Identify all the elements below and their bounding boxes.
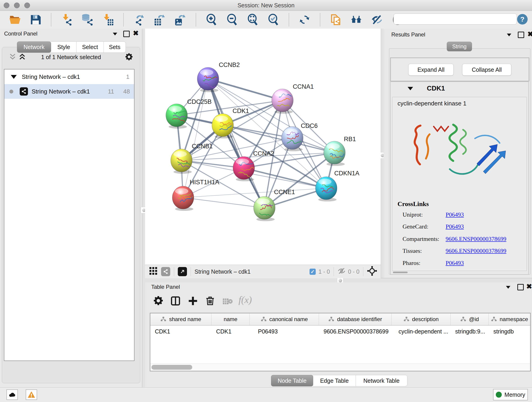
node-label-CCNA2: CCNA2: [253, 150, 274, 157]
export-table-icon[interactable]: [153, 13, 166, 26]
network-canvas[interactable]: CCNB2CCNA1CDC25BCDK1CDC6RB1CCNB1CCNA2CDK…: [145, 29, 381, 265]
table-hscrollbar[interactable]: [150, 364, 530, 371]
cell-namespace[interactable]: stringdb: [489, 325, 530, 337]
column-header-database-identifier[interactable]: database identifier: [319, 313, 392, 325]
results-panel-title: Results Panel: [391, 32, 425, 38]
help-icon[interactable]: ?: [517, 14, 528, 25]
table-panel-close-icon[interactable]: ✖: [526, 284, 532, 289]
zoom-fit-icon[interactable]: [247, 13, 259, 26]
cell-id[interactable]: stringdb:9...: [451, 325, 489, 337]
open-session-icon[interactable]: [9, 13, 21, 26]
collection-expand-icon[interactable]: [11, 75, 17, 79]
column-header-shared-name[interactable]: shared name: [150, 313, 211, 325]
zoom-selected-icon[interactable]: [267, 13, 279, 26]
expand-all-networks-icon[interactable]: [18, 53, 26, 62]
table-panel-collapse-icon[interactable]: [505, 286, 511, 290]
network-row[interactable]: String Network – cdk1 11 48: [4, 84, 134, 99]
network-node-CCNE1[interactable]: CCNE1: [254, 189, 295, 221]
network-collection-row[interactable]: String Network – cdk1 1: [4, 70, 134, 84]
tab-string[interactable]: String: [447, 42, 472, 51]
edge-HIST1H1A-CCNE1[interactable]: [183, 198, 264, 208]
zoom-in-icon[interactable]: [205, 13, 218, 26]
export-network-icon[interactable]: [133, 13, 145, 26]
memory-status-dot: [496, 392, 502, 398]
search-input[interactable]: [394, 13, 517, 25]
memory-button[interactable]: Memory: [493, 389, 528, 400]
network-node-HIST1H1A[interactable]: HIST1H1A: [172, 179, 219, 211]
entry-collapse-icon[interactable]: [408, 87, 413, 91]
network-node-CCNB2[interactable]: CCNB2: [197, 61, 240, 92]
crosslink-link[interactable]: P06493: [446, 223, 464, 230]
home-icon[interactable]: [350, 13, 362, 26]
cell-canonical-name[interactable]: P06493: [250, 325, 319, 337]
column-header-namespace[interactable]: namespace: [489, 313, 530, 325]
cell-description[interactable]: cyclin-dependent ...: [392, 325, 450, 337]
tab-style[interactable]: Style: [51, 41, 76, 53]
tab-select[interactable]: Select: [76, 41, 104, 53]
fit-selected-crosshair-icon[interactable]: [367, 266, 377, 277]
import-table-from-file-icon[interactable]: [102, 13, 114, 26]
save-session-icon[interactable]: [29, 13, 42, 26]
cell-name[interactable]: CDK1: [211, 325, 250, 337]
crosslink-link[interactable]: 9606.ENSP00000378699: [446, 236, 506, 242]
string-view-icon[interactable]: [161, 267, 170, 276]
results-panel-float-icon[interactable]: [518, 32, 524, 39]
show-columns-icon[interactable]: [170, 296, 181, 307]
zoom-out-icon[interactable]: [226, 13, 238, 26]
collapse-all-button[interactable]: Collapse All: [462, 64, 511, 76]
entry-name: CDK1: [427, 85, 445, 92]
column-header-canonical-name[interactable]: canonical name: [250, 313, 319, 325]
table-hscrollbar-thumb[interactable]: [152, 365, 192, 370]
table-panel-float-icon[interactable]: [517, 284, 524, 291]
refresh-icon[interactable]: [298, 13, 311, 26]
control-panel-close-icon[interactable]: ✖: [133, 31, 139, 36]
open-in-new-window-icon[interactable]: [178, 267, 187, 276]
bottom-splitter[interactable]: [145, 278, 532, 283]
column-header-name[interactable]: name: [211, 313, 250, 325]
table-header-row: shared name name canonical name database…: [150, 313, 530, 325]
expand-all-button[interactable]: Expand All: [408, 64, 454, 76]
crosslink-link[interactable]: P06493: [446, 260, 464, 267]
edge-CCNA2-CDKN1A[interactable]: [244, 168, 326, 188]
tab-node-table[interactable]: Node Table: [271, 375, 313, 386]
node-label-CCNE1: CCNE1: [274, 189, 295, 196]
copy-icon[interactable]: [329, 13, 342, 26]
collapse-all-networks-icon[interactable]: [9, 53, 17, 62]
network-node-CDKN1A[interactable]: CDKN1A: [316, 170, 360, 201]
import-network-from-database-icon[interactable]: [81, 13, 94, 26]
table-options-gear-icon[interactable]: [153, 295, 164, 307]
import-network-from-file-icon[interactable]: [60, 13, 73, 26]
results-panel-collapse-icon[interactable]: [506, 33, 512, 38]
cell-database-identifier[interactable]: 9606.ENSP00000378699: [319, 325, 392, 337]
table-row[interactable]: CDK1 CDK1 P06493 9606.ENSP00000378699 cy…: [150, 325, 530, 337]
export-image-icon[interactable]: [174, 13, 186, 26]
birdseye-grid-icon[interactable]: [149, 266, 158, 277]
tab-network-table[interactable]: Network Table: [356, 375, 407, 386]
node-label-CDC6: CDC6: [301, 122, 318, 129]
results-hscrollbar[interactable]: [393, 272, 408, 273]
control-panel-collapse-icon[interactable]: [112, 32, 118, 37]
hide-selected-icon[interactable]: [371, 13, 383, 26]
node-label-CCNB1: CCNB1: [192, 143, 213, 150]
network-node-CCNA1[interactable]: CCNA1: [272, 83, 314, 114]
delete-column-trash-icon[interactable]: [205, 296, 215, 307]
crosslink-link[interactable]: P06493: [446, 211, 464, 218]
crosslink-link[interactable]: 9606.ENSP00000378699: [446, 248, 506, 254]
tab-network[interactable]: Network: [17, 41, 51, 53]
network-node-RB1[interactable]: RB1: [324, 136, 356, 166]
edge-CCNB2-CCNA1[interactable]: [208, 79, 283, 100]
network-node-CCNB1[interactable]: CCNB1: [171, 143, 213, 174]
selected-checkbox-icon[interactable]: ✓: [310, 269, 316, 275]
warnings-button[interactable]: [26, 389, 37, 400]
column-header-id[interactable]: @id: [451, 313, 489, 325]
cloud-button[interactable]: [6, 389, 18, 400]
add-column-icon[interactable]: [188, 296, 198, 307]
tab-sets[interactable]: Sets: [104, 41, 126, 53]
delete-table-icon: [222, 298, 233, 306]
cell-shared-name[interactable]: CDK1: [150, 325, 211, 337]
tab-edge-table[interactable]: Edge Table: [313, 375, 356, 386]
column-header-description[interactable]: description: [392, 313, 450, 325]
control-panel-float-icon[interactable]: [123, 31, 130, 38]
results-panel-close-icon[interactable]: ✖: [527, 32, 532, 37]
network-options-gear-icon[interactable]: [125, 52, 133, 62]
